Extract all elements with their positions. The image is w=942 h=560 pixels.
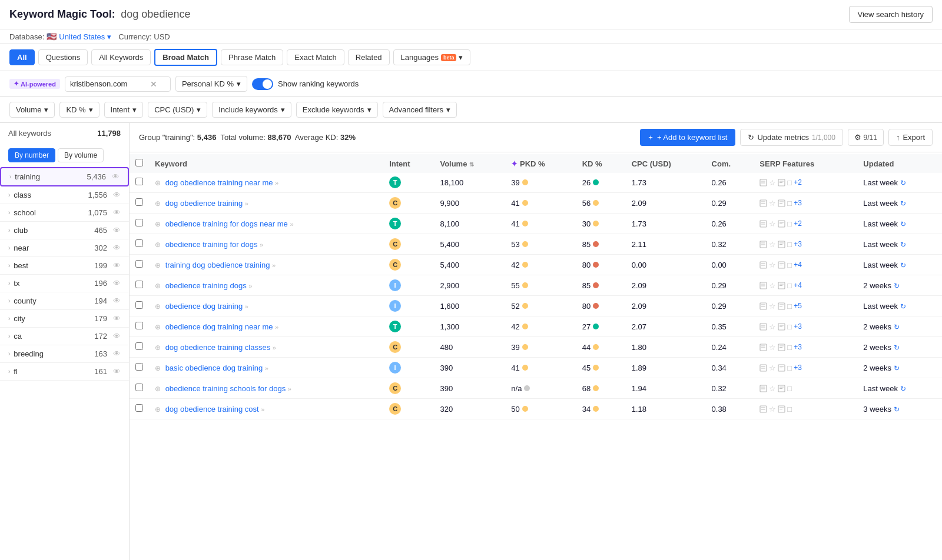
view-search-history-button[interactable]: View search history bbox=[849, 6, 933, 23]
keyword-link[interactable]: dog obedience training near me bbox=[165, 178, 273, 187]
eye-icon[interactable]: 👁 bbox=[113, 349, 121, 358]
cpc-filter[interactable]: CPC (USD) ▾ bbox=[148, 102, 207, 118]
row-checkbox[interactable] bbox=[135, 178, 143, 185]
keyword-link[interactable]: training dog obedience training bbox=[165, 261, 270, 269]
sidebar-item-breeding[interactable]: › breeding 163 👁 bbox=[0, 345, 129, 363]
refresh-icon[interactable]: ↻ bbox=[894, 364, 900, 372]
sort-by-number-button[interactable]: By number bbox=[8, 148, 55, 162]
eye-icon[interactable]: 👁 bbox=[113, 296, 121, 305]
tab-broad-match[interactable]: Broad Match bbox=[154, 49, 217, 66]
keyword-link[interactable]: dog obedience training bbox=[165, 199, 243, 208]
keyword-link[interactable]: obedience dog training bbox=[165, 302, 243, 311]
volume-value: 390 bbox=[434, 358, 505, 378]
keyword-link[interactable]: basic obedience dog training bbox=[165, 364, 263, 372]
sidebar-item-city[interactable]: › city 179 👁 bbox=[0, 310, 129, 328]
kd-value: 27 bbox=[576, 316, 626, 337]
tab-all[interactable]: All bbox=[9, 49, 35, 65]
tab-phrase-match[interactable]: Phrase Match bbox=[221, 49, 283, 65]
dropdown-arrow-icon[interactable]: ▾ bbox=[107, 32, 111, 41]
keyword-link[interactable]: dog obedience training classes bbox=[165, 343, 271, 352]
refresh-icon[interactable]: ↻ bbox=[900, 199, 906, 208]
row-checkbox[interactable] bbox=[135, 219, 143, 226]
eye-icon[interactable]: 👁 bbox=[113, 244, 121, 252]
eye-icon[interactable]: 👁 bbox=[113, 279, 121, 288]
eye-icon[interactable]: 👁 bbox=[113, 261, 121, 270]
sidebar-item-county[interactable]: › county 194 👁 bbox=[0, 292, 129, 310]
com-value: 0.29 bbox=[706, 296, 754, 316]
export-button[interactable]: ↑ Export bbox=[888, 129, 933, 146]
row-checkbox[interactable] bbox=[135, 198, 143, 206]
tab-all-keywords[interactable]: All Keywords bbox=[91, 49, 151, 65]
updated-value: Last week ↻ bbox=[857, 378, 942, 399]
sidebar-item-fl[interactable]: › fl 161 👁 bbox=[0, 363, 129, 381]
com-value: 0.26 bbox=[706, 214, 754, 234]
refresh-icon[interactable]: ↻ bbox=[900, 302, 906, 311]
update-metrics-button[interactable]: ↻ Update metrics 1/1,000 bbox=[740, 129, 843, 146]
row-checkbox[interactable] bbox=[135, 322, 143, 329]
eye-icon[interactable]: 👁 bbox=[113, 191, 121, 199]
keyword-link[interactable]: obedience training for dogs bbox=[165, 240, 258, 249]
volume-filter[interactable]: Volume ▾ bbox=[9, 102, 55, 118]
refresh-icon[interactable]: ↻ bbox=[894, 282, 900, 290]
show-ranking-toggle[interactable] bbox=[252, 78, 273, 90]
refresh-icon[interactable]: ↻ bbox=[900, 261, 906, 269]
keyword-link[interactable]: obedience training for dogs near me bbox=[165, 219, 288, 228]
pkd-value: 42 bbox=[505, 316, 576, 337]
row-checkbox[interactable] bbox=[135, 384, 143, 391]
settings-button[interactable]: ⚙ 9/11 bbox=[848, 129, 884, 146]
refresh-icon[interactable]: ↻ bbox=[894, 323, 900, 331]
intent-filter[interactable]: Intent ▾ bbox=[104, 102, 144, 118]
add-circle-icon: ⊕ bbox=[155, 261, 161, 269]
refresh-icon[interactable]: ↻ bbox=[900, 385, 906, 393]
exclude-keywords-filter[interactable]: Exclude keywords ▾ bbox=[296, 102, 378, 118]
sort-by-volume-button[interactable]: By volume bbox=[58, 148, 104, 162]
include-keywords-filter[interactable]: Include keywords ▾ bbox=[212, 102, 291, 118]
advanced-filters[interactable]: Advanced filters ▾ bbox=[383, 102, 457, 118]
cpc-value: 2.09 bbox=[626, 193, 706, 214]
row-checkbox[interactable] bbox=[135, 363, 143, 371]
row-checkbox[interactable] bbox=[135, 301, 143, 309]
select-all-checkbox[interactable] bbox=[135, 159, 143, 166]
tab-related[interactable]: Related bbox=[348, 49, 390, 65]
sidebar-item-club[interactable]: › club 465 👁 bbox=[0, 222, 129, 239]
keyword-link[interactable]: obedience training dogs bbox=[165, 281, 247, 290]
domain-input[interactable] bbox=[70, 79, 147, 88]
eye-icon[interactable]: 👁 bbox=[112, 172, 120, 181]
refresh-icon[interactable]: ↻ bbox=[894, 405, 900, 414]
sidebar-item-best[interactable]: › best 199 👁 bbox=[0, 257, 129, 275]
eye-icon[interactable]: 👁 bbox=[113, 208, 121, 217]
add-circle-icon: ⊕ bbox=[155, 179, 161, 187]
sidebar-item-near[interactable]: › near 302 👁 bbox=[0, 239, 129, 257]
row-checkbox[interactable] bbox=[135, 404, 143, 412]
database-link[interactable]: United States bbox=[59, 32, 105, 41]
keyword-link[interactable]: dog obedience training cost bbox=[165, 405, 259, 414]
keyword-link[interactable]: obedience training schools for dogs bbox=[165, 384, 286, 393]
refresh-icon[interactable]: ↻ bbox=[900, 179, 906, 187]
languages-dropdown[interactable]: Languages beta ▾ bbox=[393, 49, 471, 65]
eye-icon[interactable]: 👁 bbox=[113, 314, 121, 323]
pkd-value: 39 bbox=[505, 337, 576, 358]
sidebar-item-ca[interactable]: › ca 172 👁 bbox=[0, 328, 129, 345]
sidebar-item-school[interactable]: › school 1,075 👁 bbox=[0, 204, 129, 222]
personal-kd-dropdown[interactable]: Personal KD % ▾ bbox=[175, 76, 247, 92]
eye-icon[interactable]: 👁 bbox=[113, 332, 121, 341]
row-checkbox[interactable] bbox=[135, 260, 143, 268]
eye-icon[interactable]: 👁 bbox=[113, 367, 121, 376]
refresh-icon[interactable]: ↻ bbox=[900, 241, 906, 249]
tab-questions[interactable]: Questions bbox=[38, 49, 88, 65]
sidebar-item-tx[interactable]: › tx 196 👁 bbox=[0, 275, 129, 292]
close-icon[interactable]: ✕ bbox=[150, 79, 157, 89]
row-checkbox[interactable] bbox=[135, 281, 143, 288]
refresh-icon[interactable]: ↻ bbox=[900, 220, 906, 228]
add-to-keyword-list-button[interactable]: + + Add to keyword list bbox=[640, 129, 735, 146]
sidebar-item-training[interactable]: › training 5,436 👁 bbox=[0, 167, 129, 186]
refresh-icon[interactable]: ↻ bbox=[894, 344, 900, 352]
row-checkbox[interactable] bbox=[135, 342, 143, 350]
row-checkbox[interactable] bbox=[135, 239, 143, 247]
tab-exact-match[interactable]: Exact Match bbox=[287, 49, 344, 65]
table-row: ⊕ obedience training for dogs » C 5,400 … bbox=[130, 234, 942, 255]
eye-icon[interactable]: 👁 bbox=[113, 226, 121, 235]
sidebar-item-class[interactable]: › class 1,556 👁 bbox=[0, 186, 129, 204]
keyword-link[interactable]: obedience dog training near me bbox=[165, 322, 273, 331]
kd-filter[interactable]: KD % ▾ bbox=[59, 102, 99, 118]
